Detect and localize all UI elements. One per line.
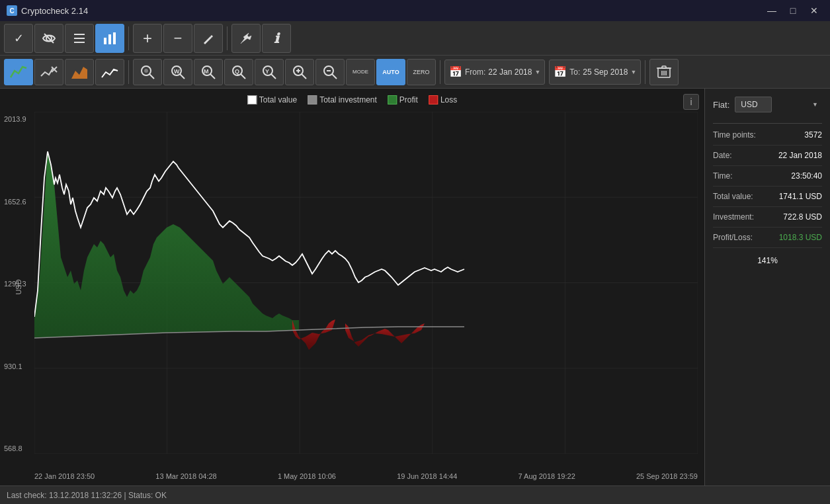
- legend-total-value-label: Total value: [259, 95, 297, 105]
- svg-text:W: W: [174, 68, 180, 75]
- svg-rect-2: [74, 34, 85, 35]
- svg-text:Q: Q: [235, 68, 239, 75]
- fiat-select-wrapper[interactable]: USD EUR GBP BTC: [735, 97, 822, 112]
- from-calendar-icon: 📅: [449, 65, 462, 78]
- chart-line-green-button[interactable]: [4, 59, 33, 85]
- zoom-q-button[interactable]: Q: [224, 59, 253, 85]
- zoom-default-button[interactable]: [133, 59, 162, 85]
- maximize-button[interactable]: □: [784, 1, 802, 20]
- auto-button[interactable]: AUTO: [376, 59, 405, 85]
- legend-total-investment-box: [308, 95, 317, 105]
- legend-total-value: Total value: [247, 95, 297, 105]
- to-dropdown-icon[interactable]: ▼: [630, 69, 636, 75]
- y-axis-unit-label: USD: [15, 279, 22, 294]
- chart-button[interactable]: [95, 24, 124, 53]
- y-label-1: 1652.6: [4, 198, 26, 206]
- stat-total-value-val: 1741.1 USD: [779, 192, 822, 201]
- stat-total-value: Total value: 1741.1 USD: [713, 192, 822, 207]
- stat-timepoints-key: Time points:: [713, 130, 756, 140]
- toolbar2-sep1: [128, 60, 129, 84]
- to-date-value[interactable]: 25 Sep 2018: [583, 67, 628, 77]
- add-button[interactable]: +: [133, 24, 162, 53]
- fiat-label: Fiat:: [713, 100, 729, 110]
- mode-button[interactable]: MODE: [346, 59, 375, 85]
- legend-profit-label: Profit: [399, 95, 418, 105]
- x-label-0: 22 Jan 2018 23:50: [34, 472, 95, 480]
- svg-line-12: [149, 74, 154, 79]
- svg-text:M: M: [204, 68, 209, 75]
- x-label-2: 1 May 2018 10:06: [278, 472, 336, 480]
- minimize-button[interactable]: —: [763, 1, 781, 20]
- svg-rect-6: [108, 34, 111, 44]
- from-date-value[interactable]: 22 Jan 2018: [488, 67, 532, 77]
- stats-section: Time points: 3572 Date: 22 Jan 2018 Time…: [713, 123, 822, 268]
- chart-legend: Total value Total investment Profit Loss: [247, 95, 457, 105]
- fiat-row: Fiat: USD EUR GBP BTC: [713, 97, 822, 112]
- toolbar1-sep2: [227, 26, 228, 50]
- x-label-1: 13 Mar 2018 04:28: [155, 472, 216, 480]
- right-panel: Fiat: USD EUR GBP BTC Time points: 3572 …: [704, 89, 830, 485]
- svg-rect-7: [113, 32, 116, 44]
- title-bar-left: C Cryptocheck 2.14: [7, 5, 88, 16]
- stat-pct-row: 141%: [713, 253, 822, 268]
- zoom-in-button[interactable]: [285, 59, 314, 85]
- legend-loss: Loss: [429, 95, 457, 105]
- stat-investment-val: 722.8 USD: [783, 212, 822, 222]
- from-dropdown-icon[interactable]: ▼: [534, 69, 540, 75]
- chart-svg: [34, 112, 698, 454]
- chart-white-line-button[interactable]: [95, 59, 124, 85]
- zoom-m-button[interactable]: M: [194, 59, 223, 85]
- zero-button[interactable]: ZERO: [407, 59, 436, 85]
- chart-info-button[interactable]: i: [683, 94, 699, 110]
- close-button[interactable]: ✕: [805, 1, 823, 20]
- zoom-w-button[interactable]: W: [163, 59, 192, 85]
- svg-rect-4: [74, 42, 85, 43]
- list-button[interactable]: [65, 24, 94, 53]
- zoom-y-button[interactable]: Y: [255, 59, 284, 85]
- delete-button[interactable]: [649, 59, 679, 85]
- y-label-3: 930.1: [4, 362, 26, 370]
- svg-text:Y: Y: [265, 68, 269, 75]
- status-text: Last check: 13.12.2018 11:32:26 | Status…: [7, 491, 167, 500]
- subtract-button[interactable]: −: [163, 24, 192, 53]
- stat-total-value-key: Total value:: [713, 192, 753, 201]
- y-label-0: 2013.9: [4, 115, 26, 123]
- legend-total-investment-label: Total investment: [319, 95, 377, 105]
- main-area: Total value Total investment Profit Loss…: [0, 89, 830, 485]
- to-date-picker[interactable]: 📅 To: 25 Sep 2018 ▼: [549, 60, 641, 85]
- svg-rect-3: [74, 38, 85, 39]
- stat-date-key: Date:: [713, 151, 732, 160]
- x-axis: 22 Jan 2018 23:50 13 Mar 2018 04:28 1 Ma…: [34, 472, 698, 480]
- stat-investment-key: Investment:: [713, 212, 754, 222]
- stat-investment: Investment: 722.8 USD: [713, 212, 822, 228]
- x-label-4: 7 Aug 2018 19:22: [519, 472, 575, 480]
- edit-button[interactable]: [194, 24, 223, 53]
- stat-time-key: Time:: [713, 171, 733, 181]
- toolbar1-sep1: [128, 26, 129, 50]
- legend-profit: Profit: [388, 95, 418, 105]
- stat-time-val: 23:50:40: [791, 171, 822, 181]
- tools-button[interactable]: [231, 24, 261, 53]
- chart-area[interactable]: Total value Total investment Profit Loss…: [0, 89, 704, 485]
- legend-loss-label: Loss: [440, 95, 457, 105]
- toolbar1: ✓ + − ℹ: [0, 21, 830, 56]
- stat-profit-loss-val: 1018.3 USD: [779, 233, 822, 242]
- stat-timepoints-val: 3572: [804, 130, 822, 140]
- legend-loss-box: [429, 95, 438, 105]
- checkmark-button[interactable]: ✓: [4, 24, 33, 53]
- zoom-out-button[interactable]: [315, 59, 345, 85]
- fiat-select[interactable]: USD EUR GBP BTC: [735, 97, 772, 112]
- info-toolbar-button[interactable]: ℹ: [262, 24, 291, 53]
- stat-pct-val: 141%: [757, 256, 778, 265]
- status-bar: Last check: 13.12.2018 11:32:26 | Status…: [0, 485, 830, 504]
- svg-point-13: [144, 69, 148, 73]
- svg-line-21: [241, 74, 245, 79]
- to-calendar-icon: 📅: [554, 65, 567, 78]
- to-label: To:: [569, 67, 580, 77]
- svg-marker-10: [71, 67, 87, 79]
- eye-button[interactable]: [34, 24, 63, 53]
- from-date-picker[interactable]: 📅 From: 22 Jan 2018 ▼: [444, 60, 545, 85]
- legend-total-investment: Total investment: [308, 95, 377, 105]
- chart-area-button[interactable]: [65, 59, 94, 85]
- chart-cross-button[interactable]: [34, 59, 63, 85]
